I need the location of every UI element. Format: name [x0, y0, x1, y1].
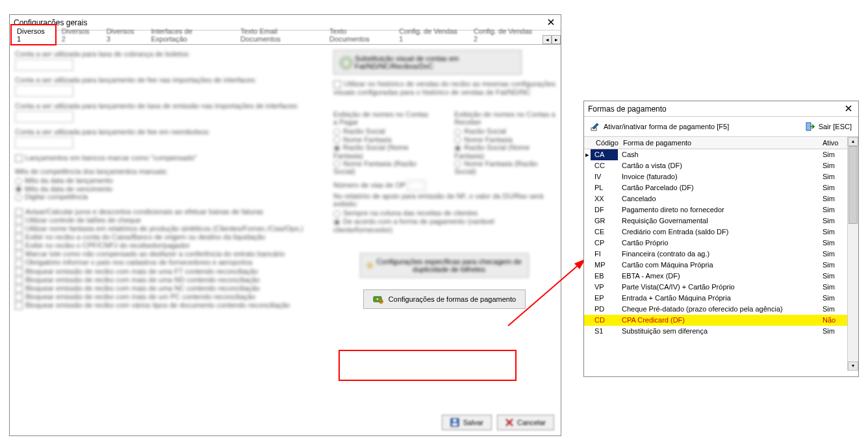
- cell-ativo: Sim: [819, 215, 847, 226]
- row-marker-icon: [584, 160, 591, 171]
- cell-descricao: Parte Vista(CA/IV) + Cartão Próprio: [618, 282, 819, 293]
- svg-rect-8: [806, 123, 811, 130]
- cell-descricao: Pagamento direto no fornecedor: [618, 204, 819, 215]
- exit-label: Sair [ESC]: [819, 123, 852, 130]
- cell-ativo: Sim: [819, 304, 847, 315]
- tab-config-vendas-2[interactable]: Config. de Vendas 2: [468, 25, 542, 45]
- close-icon[interactable]: [545, 17, 557, 29]
- cell-ativo: Não: [819, 315, 847, 326]
- cell-ativo: Sim: [819, 293, 847, 304]
- tab-texto-documentos[interactable]: Texto Documentos: [324, 25, 393, 45]
- cancel-label: Cancelar: [517, 419, 546, 426]
- row-marker-icon: [584, 315, 591, 326]
- cell-ativo: Sim: [819, 271, 847, 282]
- tab-bar: Diversos 1 Diversos 2 Diversos 3 Interfa…: [10, 31, 561, 45]
- col-codigo[interactable]: Código: [592, 137, 619, 149]
- save-button[interactable]: Salvar: [442, 415, 492, 430]
- cell-descricao: Entrada + Cartão Máquina Própria: [618, 293, 819, 304]
- table-row[interactable]: EBEBTA - Amex (DF)Sim: [584, 271, 847, 282]
- row-marker-icon: [584, 304, 591, 315]
- col-ativo[interactable]: Ativo: [819, 137, 847, 149]
- cell-ativo: Sim: [819, 260, 847, 271]
- tab-diversos-2[interactable]: Diversos 2: [56, 25, 101, 45]
- cell-codigo: PL: [591, 182, 618, 193]
- save-icon: [450, 418, 459, 427]
- cell-codigo: XX: [591, 193, 618, 204]
- table-row[interactable]: EPEntrada + Cartão Máquina PrópriaSim: [584, 293, 847, 304]
- table-row[interactable]: CPCartão PróprioSim: [584, 238, 847, 249]
- row-marker-icon: ▸: [584, 149, 591, 160]
- table-row[interactable]: PDCheque Pré-datado (prazo oferecido pel…: [584, 304, 847, 315]
- footer-buttons: Salvar Cancelar: [442, 415, 554, 430]
- row-marker-icon: [584, 282, 591, 293]
- cell-descricao: CPA Credicard (DF): [618, 315, 819, 326]
- tab-config-vendas-1[interactable]: Config. de Vendas 1: [393, 25, 468, 45]
- table-row[interactable]: DFPagamento direto no fornecedorSim: [584, 204, 847, 215]
- table-row[interactable]: CDCPA Credicard (DF)Não: [584, 315, 847, 326]
- cell-ativo: Sim: [819, 204, 847, 215]
- cell-ativo: Sim: [819, 282, 847, 293]
- scroll-up-icon[interactable]: ▴: [848, 137, 858, 146]
- cell-descricao: Cartão a vista (DF): [618, 160, 819, 171]
- table-row[interactable]: CCCartão a vista (DF)Sim: [584, 160, 847, 171]
- table-row[interactable]: S1Substituição sem diferençaSim: [584, 326, 847, 337]
- table-row[interactable]: GRRequisição GovernamentalSim: [584, 215, 847, 226]
- formas-window: Formas de pagamento Ativar/inativar form…: [583, 101, 859, 377]
- row-marker-icon: [584, 249, 591, 260]
- table-row[interactable]: MPCartão com Máquina PrópriaSim: [584, 260, 847, 271]
- tab-scroll-nav: ◂ ▸: [542, 35, 561, 44]
- grid-header: Código Forma de pagamento Ativo: [584, 137, 847, 149]
- tab-scroll-right-icon[interactable]: ▸: [552, 35, 561, 44]
- table-row[interactable]: IVInvoice (faturado)Sim: [584, 171, 847, 182]
- row-marker-icon: [584, 260, 591, 271]
- scroll-thumb[interactable]: [849, 146, 858, 224]
- callout-frame: [338, 350, 517, 381]
- toggle-active-button[interactable]: Ativar/inativar forma de pagamento [F5]: [591, 122, 729, 131]
- scroll-down-icon[interactable]: ▾: [848, 361, 858, 371]
- svg-rect-4: [452, 423, 457, 426]
- config-formas-pagamento-button[interactable]: Configurações de formas de pagamento: [363, 289, 526, 309]
- tab-diversos-3[interactable]: Diversos 3: [101, 25, 146, 45]
- row-marker-icon: [584, 182, 591, 193]
- cell-codigo: EB: [591, 271, 618, 282]
- cell-codigo: CC: [591, 160, 618, 171]
- tab-diversos-1[interactable]: Diversos 1: [11, 25, 56, 45]
- exit-button[interactable]: Sair [ESC]: [806, 122, 852, 131]
- cell-ativo: Sim: [819, 226, 847, 238]
- grid-rows: ▸CACashSimCCCartão a vista (DF)SimIVInvo…: [584, 149, 847, 337]
- table-row[interactable]: XXCanceladoSim: [584, 193, 847, 204]
- cell-ativo: Sim: [819, 249, 847, 260]
- formas-grid: Código Forma de pagamento Ativo ▸CACashS…: [584, 137, 847, 371]
- money-gear-icon: [373, 294, 383, 304]
- cell-descricao: Cartão com Máquina Própria: [618, 260, 819, 271]
- tab-scroll-left-icon[interactable]: ◂: [542, 35, 552, 44]
- cell-ativo: Sim: [819, 171, 847, 182]
- row-marker-icon: [584, 293, 591, 304]
- tab-interfaces-exportacao[interactable]: Interfaces de Exportação: [145, 25, 235, 45]
- cell-descricao: Cartão Parcelado (DF): [618, 182, 819, 193]
- table-row[interactable]: ▸CACashSim: [584, 149, 847, 160]
- close-icon[interactable]: [843, 103, 854, 115]
- table-row[interactable]: CECrediário com Entrada (saldo DF)Sim: [584, 226, 847, 238]
- col-forma-pagamento[interactable]: Forma de pagamento: [619, 137, 819, 149]
- table-row[interactable]: PLCartão Parcelado (DF)Sim: [584, 182, 847, 193]
- cell-ativo: Sim: [819, 160, 847, 171]
- cell-ativo: Sim: [819, 326, 847, 337]
- tab-texto-email-documentos[interactable]: Texto Email Documentos: [235, 25, 324, 45]
- row-marker-icon: [584, 171, 591, 182]
- cell-descricao: Requisição Governamental: [618, 215, 819, 226]
- table-row[interactable]: FIFinanceira (contrato da ag.)Sim: [584, 249, 847, 260]
- config-window: Configurações gerais Diversos 1 Diversos…: [9, 14, 561, 436]
- row-marker-icon: [584, 271, 591, 282]
- formas-title: Formas de pagamento: [588, 101, 667, 117]
- cancel-button[interactable]: Cancelar: [497, 415, 554, 430]
- cell-codigo: CD: [591, 315, 618, 326]
- toggle-active-label: Ativar/inativar forma de pagamento [F5]: [604, 123, 729, 130]
- table-row[interactable]: VPParte Vista(CA/IV) + Cartão PróprioSim: [584, 282, 847, 293]
- cell-codigo: MP: [591, 260, 618, 271]
- row-marker-icon: [584, 226, 591, 238]
- cell-descricao: Substituição sem diferença: [618, 326, 819, 337]
- cell-ativo: Sim: [819, 182, 847, 193]
- cell-descricao: Invoice (faturado): [618, 171, 819, 182]
- vertical-scrollbar[interactable]: ▴ ▾: [847, 137, 858, 371]
